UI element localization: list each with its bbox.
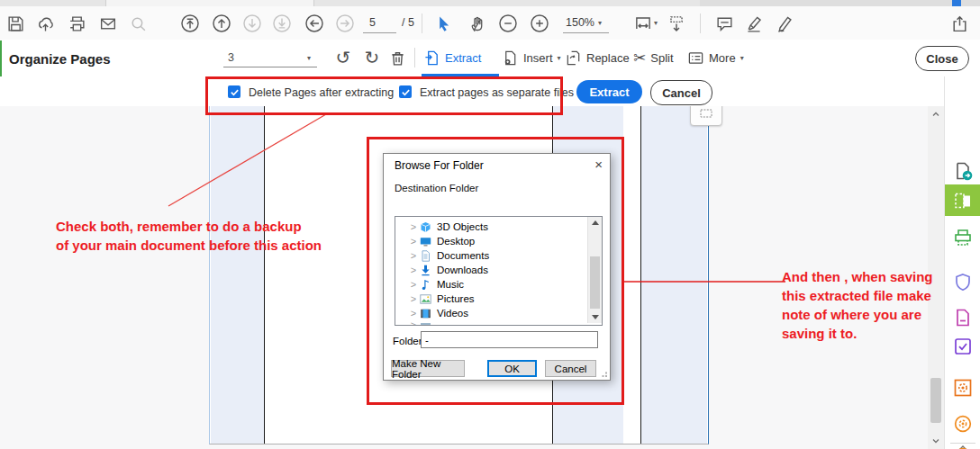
rotate-cw-icon: ↻	[365, 47, 380, 68]
highlight-tool-button[interactable]	[741, 10, 767, 37]
email-button[interactable]	[95, 10, 121, 37]
sidebar-tool-protect[interactable]	[945, 269, 980, 296]
rotate-cw-button[interactable]: ↻	[359, 44, 385, 71]
zoom-level-select[interactable]: 150%	[566, 16, 594, 29]
extract-options-bar: Delete Pages after extracting Extract pa…	[0, 76, 944, 107]
next-page-button[interactable]	[240, 10, 265, 37]
first-page-button[interactable]	[177, 10, 203, 37]
toolbar-divider	[700, 13, 701, 33]
acrobat-window: 5 / 5 150% ▾ ▾	[0, 0, 980, 449]
delete-pages-button[interactable]	[385, 44, 410, 71]
folder-tree[interactable]: >3D Objects>Desktop>Documents>Downloads>…	[395, 216, 603, 326]
tree-scrollbar-thumb[interactable]	[590, 256, 600, 309]
chevron-down-icon[interactable]: ▾	[307, 55, 311, 62]
close-button[interactable]: Close	[915, 46, 969, 71]
expander-icon[interactable]: >	[408, 221, 419, 232]
extract-page-icon	[423, 49, 440, 67]
sidebar-tool-redact[interactable]	[945, 304, 980, 331]
tree-item-desktop[interactable]: >Desktop	[395, 234, 585, 248]
window-tab-strip	[0, 0, 980, 6]
tab-insert[interactable]: Insert ▾	[502, 45, 561, 71]
check-icon	[230, 87, 240, 97]
chevron-down-icon: ▾	[740, 55, 744, 62]
document-tab[interactable]	[105, 0, 314, 6]
document-icon	[419, 250, 432, 262]
next-view-button[interactable]	[332, 10, 358, 37]
rotate-ccw-button[interactable]: ↺	[331, 44, 356, 71]
next-view-icon	[335, 13, 355, 33]
expander-icon[interactable]: >	[408, 293, 419, 304]
page-scroll-button[interactable]	[664, 10, 689, 37]
dialog-title: Browse For Folder	[395, 159, 484, 172]
sidebar-tool-organize-pages[interactable]	[945, 184, 980, 216]
tree-item-downloads[interactable]: >Downloads	[395, 263, 585, 277]
chevron-down-icon[interactable]: ▾	[598, 20, 602, 27]
tree-scrollbar[interactable]	[587, 217, 602, 323]
zoom-in-button[interactable]	[527, 10, 552, 37]
sidebar-tool-export-pdf[interactable]	[945, 157, 980, 184]
save-button[interactable]	[3, 10, 28, 37]
scroll-down-icon[interactable]	[592, 315, 599, 319]
page-number-input[interactable]: 5	[369, 16, 376, 29]
close-icon[interactable]: ×	[594, 157, 603, 171]
scroll-up-icon[interactable]	[592, 220, 599, 225]
delete-pages-checkbox[interactable]	[228, 85, 240, 98]
upload-cloud-button[interactable]	[32, 10, 58, 37]
comment-tool-button[interactable]	[712, 10, 737, 37]
tree-item-documents[interactable]: >Documents	[395, 248, 585, 263]
hand-tool-button[interactable]	[465, 10, 490, 37]
dialog-cancel-button[interactable]: Cancel	[545, 360, 596, 377]
scroll-up-icon[interactable]	[931, 110, 940, 119]
scrollbar-thumb[interactable]	[930, 378, 941, 423]
ok-button[interactable]: OK	[487, 360, 537, 377]
separate-files-checkbox-label[interactable]: Extract pages as separate files	[420, 86, 574, 99]
last-page-icon	[272, 13, 292, 33]
page-controls-toggle-button[interactable]	[690, 106, 722, 126]
hand-tool-icon	[467, 13, 487, 33]
make-new-folder-button[interactable]: Make New Folder	[391, 360, 465, 377]
chevron-down-icon[interactable]: ▾	[654, 20, 658, 27]
next-page-icon	[242, 13, 262, 33]
folder-name-input[interactable]	[421, 331, 598, 348]
print-icon	[68, 14, 86, 33]
rotate-ccw-icon: ↺	[336, 47, 351, 68]
page-range-input[interactable]: 3	[228, 51, 234, 64]
scroll-down-icon[interactable]	[931, 436, 940, 445]
expander-icon[interactable]: >	[408, 236, 419, 247]
resize-grip[interactable]	[599, 369, 608, 378]
sign-tool-button[interactable]	[772, 10, 797, 37]
sidebar-tool-enhance-scans[interactable]	[945, 224, 980, 251]
tab-split[interactable]: ✂ Split	[633, 45, 674, 71]
tree-item-3d-objects[interactable]: >3D Objects	[395, 220, 585, 234]
extract-confirm-button[interactable]: Extract	[576, 80, 642, 103]
tree-item-music[interactable]: >Music	[395, 277, 585, 292]
tree-item-clipped[interactable]: >	[395, 318, 585, 326]
previous-page-button[interactable]	[209, 10, 234, 37]
delete-pages-checkbox-label[interactable]: Delete Pages after extracting	[249, 86, 394, 99]
extract-cancel-button[interactable]: Cancel	[650, 80, 712, 105]
tree-item-pictures[interactable]: >Pictures	[395, 292, 585, 306]
sidebar-tool-prepare-form[interactable]	[945, 333, 980, 360]
search-button[interactable]	[125, 10, 150, 37]
export-pdf-icon	[952, 160, 974, 182]
zoom-out-button[interactable]	[495, 10, 521, 37]
sidebar-tool-settings-gear-2[interactable]	[945, 443, 980, 449]
fit-width-button[interactable]	[631, 10, 656, 37]
tab-replace[interactable]: Replace	[565, 45, 630, 71]
last-page-button[interactable]	[269, 10, 295, 37]
sidebar-tool-action-wizard[interactable]	[945, 374, 980, 401]
select-tool-button[interactable]	[430, 10, 455, 37]
tab-more[interactable]: More ▾	[687, 45, 744, 71]
share-button[interactable]	[947, 10, 972, 37]
previous-view-button[interactable]	[302, 10, 327, 37]
tab-extract[interactable]: Extract	[423, 45, 481, 71]
expander-icon[interactable]: >	[408, 250, 419, 261]
print-button[interactable]	[64, 10, 89, 37]
expander-icon[interactable]: >	[408, 265, 419, 275]
separate-files-checkbox[interactable]	[399, 85, 412, 98]
previous-page-icon	[212, 13, 231, 33]
zoom-select-underline	[563, 32, 609, 33]
expander-icon[interactable]: >	[408, 279, 419, 290]
sidebar-tool-settings-gear-1[interactable]	[945, 410, 980, 437]
save-icon	[6, 14, 25, 33]
